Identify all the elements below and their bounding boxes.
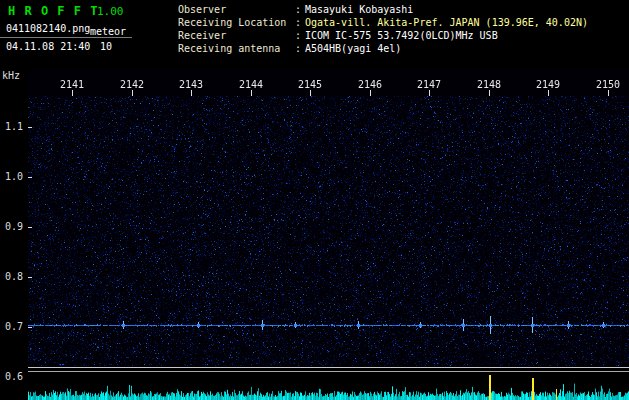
meteor-count: 10 <box>100 41 112 52</box>
y-tick-label: 1.0 <box>0 171 23 182</box>
info-label: Receiving antenna <box>178 42 295 55</box>
intensity-strip <box>28 373 629 400</box>
y-axis: kHz 1.1 1.0 0.9 0.8 0.7 0.6 <box>0 70 28 400</box>
y-tick-label: 0.6 <box>0 371 23 382</box>
timestamp: 04.11.08 21:40 <box>6 41 90 52</box>
spectrogram: 2141 2142 2143 2144 2145 2146 2147 2148 … <box>28 70 629 368</box>
x-tick-label: 2147 <box>409 79 449 90</box>
app-version: 1.00 <box>97 5 124 18</box>
info-row-receiver: Receiver : ICOM IC-575 53.7492(0LCD)MHz … <box>178 29 588 42</box>
x-tick-label: 2150 <box>588 79 628 90</box>
separator-line <box>28 367 629 368</box>
x-tick-label: 2146 <box>350 79 390 90</box>
info-colon: : <box>295 16 305 29</box>
x-tick-label: 2143 <box>171 79 211 90</box>
info-panel: Observer : Masayuki Kobayashi Receiving … <box>178 3 588 55</box>
x-tick-label: 2148 <box>469 79 509 90</box>
y-tick-label: 0.8 <box>0 271 23 282</box>
x-tick-label: 2149 <box>528 79 568 90</box>
info-label: Observer <box>178 3 295 16</box>
info-row-antenna: Receiving antenna : A504HB(yagi 4el) <box>178 42 588 55</box>
app-title: H R O F F T <box>8 4 98 18</box>
info-value: Ogata-vill. Akita-Pref. JAPAN (139.96E, … <box>305 16 588 29</box>
x-tick-label: 2141 <box>52 79 92 90</box>
info-value: ICOM IC-575 53.7492(0LCD)MHz USB <box>305 29 498 42</box>
info-label: Receiving Location <box>178 16 295 29</box>
mode-label: meteor <box>90 26 126 37</box>
info-colon: : <box>295 3 305 16</box>
hrofft-window: H R O F F T 1.00 0411082140.png meteor 0… <box>0 0 629 400</box>
info-row-location: Receiving Location : Ogata-vill. Akita-P… <box>178 16 588 29</box>
x-tick-label: 2145 <box>290 79 330 90</box>
info-colon: : <box>295 29 305 42</box>
output-filename: 0411082140.png <box>6 23 90 34</box>
separator-line <box>28 371 629 372</box>
x-tick-label: 2144 <box>231 79 271 90</box>
y-tick-label: 1.1 <box>0 121 23 132</box>
x-tick-label: 2142 <box>112 79 152 90</box>
spectrogram-canvas <box>28 70 629 368</box>
y-axis-unit: kHz <box>2 70 20 81</box>
filename-underline <box>0 37 132 38</box>
intensity-canvas <box>28 373 629 400</box>
info-value: A504HB(yagi 4el) <box>305 42 401 55</box>
y-tick-label: 0.7 <box>0 321 23 332</box>
y-tick-label: 0.9 <box>0 221 23 232</box>
info-row-observer: Observer : Masayuki Kobayashi <box>178 3 588 16</box>
info-label: Receiver <box>178 29 295 42</box>
info-value: Masayuki Kobayashi <box>305 3 413 16</box>
info-colon: : <box>295 42 305 55</box>
